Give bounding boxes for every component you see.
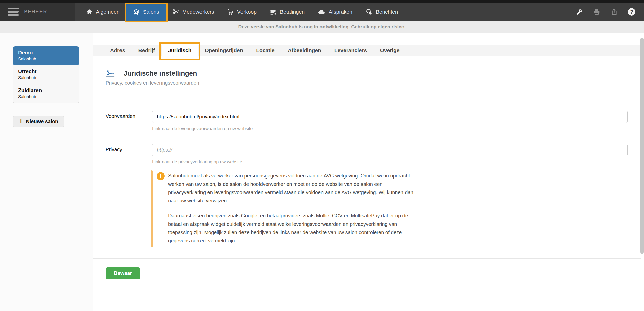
privacy-label: Privacy (106, 144, 152, 156)
tab-label: Bedrijf (138, 47, 155, 53)
section-title: Juridische instellingen (124, 70, 197, 77)
tab-adres[interactable]: Adres (104, 45, 132, 56)
salon-subtitle: Salonhub (18, 94, 74, 99)
tab-afbeeldingen[interactable]: Afbeeldingen (281, 45, 328, 56)
sidebar-divider (0, 107, 93, 107)
salon-item-demo[interactable]: Demo Salonhub (13, 46, 79, 65)
tab-leveranciers[interactable]: Leveranciers (328, 45, 374, 56)
scissors-icon (172, 8, 179, 15)
topbar-actions: ? (576, 3, 644, 21)
vertical-scrollbar-thumb[interactable] (640, 38, 644, 254)
tab-label: Openingstijden (205, 47, 243, 53)
nav-item-label: Afspraken (329, 9, 352, 15)
nav-item-salons[interactable]: Salons (126, 3, 166, 21)
payments-icon (270, 8, 276, 15)
chat-icon (366, 8, 373, 15)
nav-item-label: Verkoop (237, 9, 257, 15)
nav-item-label: Berichten (376, 9, 398, 15)
salon-item-utrecht[interactable]: Utrecht Salonhub (13, 65, 79, 84)
notice-accent-bar (151, 170, 153, 247)
voorwaarden-input[interactable] (152, 111, 628, 123)
divider (93, 258, 641, 259)
tab-label: Overige (380, 47, 399, 53)
salon-name: Demo (18, 50, 74, 56)
window-top-strip (0, 0, 644, 3)
salon-list: Demo Salonhub Utrecht Salonhub Zuidlaren… (13, 46, 79, 103)
nav-item-label: Betalingen (280, 9, 305, 15)
notice-text: Salonhub moet als verwerker van persoons… (168, 172, 416, 245)
tab-label: Afbeeldingen (288, 47, 321, 53)
help-glyph: ? (630, 9, 633, 15)
voorwaarden-row: Voorwaarden (106, 111, 628, 123)
warning-glyph: ! (160, 173, 162, 179)
salon-subtitle: Salonhub (18, 75, 74, 80)
signature-icon (106, 67, 117, 79)
cloud-icon (318, 8, 325, 16)
nav-item-medewerkers[interactable]: Medewerkers (166, 3, 221, 21)
voorwaarden-label: Voorwaarden (106, 111, 152, 123)
salon-icon (133, 8, 140, 15)
privacy-help: Link naar de privacyverklaring op uw web… (152, 159, 242, 165)
save-button[interactable]: Bewaar (106, 267, 140, 279)
dev-warning-text: Deze versie van Salonhub is nog in ontwi… (238, 24, 406, 30)
salon-name: Zuidlaren (18, 87, 74, 93)
share-icon[interactable] (611, 8, 618, 15)
new-salon-label: Nieuwe salon (26, 119, 58, 124)
warning-icon: ! (157, 172, 165, 180)
nav-item-berichten[interactable]: Berichten (359, 3, 405, 21)
nav-item-afspraken[interactable]: Afspraken (311, 3, 359, 21)
salon-subtitle: Salonhub (18, 57, 74, 62)
tab-locatie[interactable]: Locatie (250, 45, 281, 56)
tab-label: Adres (110, 47, 125, 53)
main-panel: Adres Bedrijf Juridisch Openingstijden L… (93, 33, 641, 311)
printer-icon[interactable] (593, 8, 600, 16)
nav-item-label: Algemeen (96, 9, 120, 15)
help-icon[interactable]: ? (628, 8, 635, 16)
tab-overige[interactable]: Overige (373, 45, 406, 56)
nav-item-verkoop[interactable]: Verkoop (221, 3, 263, 21)
nav-item-label: Medewerkers (182, 9, 214, 15)
divider (93, 100, 641, 100)
beheer-menu-button[interactable]: BEHEER (0, 3, 75, 21)
nav-item-betalingen[interactable]: Betalingen (263, 3, 311, 21)
wrench-icon[interactable] (576, 8, 583, 15)
tab-openingstijden[interactable]: Openingstijden (198, 45, 250, 56)
main-nav: Algemeen Salons Medewerkers (79, 3, 405, 21)
dev-warning-banner: Deze versie van Salonhub is nog in ontwi… (0, 21, 644, 33)
beheer-label: BEHEER (24, 9, 47, 15)
topbar: BEHEER Algemeen Salons (0, 3, 644, 21)
cart-icon (227, 8, 234, 15)
tab-label: Leveranciers (334, 47, 367, 53)
notice-paragraph-2: Daarnaast eisen bedrijven zoals Google, … (168, 212, 416, 245)
tab-label: Juridisch (168, 47, 191, 53)
notice-paragraph-1: Salonhub moet als verwerker van persoons… (168, 172, 416, 205)
tab-bedrijf[interactable]: Bedrijf (132, 45, 162, 56)
salon-tabs: Adres Bedrijf Juridisch Openingstijden L… (93, 45, 641, 56)
tab-juridisch[interactable]: Juridisch (162, 45, 198, 59)
nav-item-algemeen[interactable]: Algemeen (79, 3, 126, 21)
salon-sidebar: Demo Salonhub Utrecht Salonhub Zuidlaren… (0, 33, 93, 311)
hamburger-icon (8, 8, 19, 16)
plus-icon: + (19, 118, 23, 125)
home-icon (86, 9, 93, 15)
new-salon-button[interactable]: + Nieuwe salon (13, 116, 64, 127)
nav-item-label: Salons (143, 9, 159, 15)
voorwaarden-help: Link naar de leveringsvoorwaarden op uw … (152, 126, 253, 131)
salon-item-zuidlaren[interactable]: Zuidlaren Salonhub (13, 84, 79, 103)
privacy-input[interactable] (152, 144, 628, 156)
avg-notice: ! Salonhub moet als verwerker van persoo… (151, 170, 506, 247)
page-body: Demo Salonhub Utrecht Salonhub Zuidlaren… (0, 33, 644, 311)
salon-name: Utrecht (18, 68, 74, 74)
privacy-row: Privacy (106, 144, 628, 156)
section-subtitle: Privacy, cookies en leveringsvoorwaarden (106, 80, 199, 86)
section-header: Juridische instellingen (106, 67, 197, 79)
tab-label: Locatie (256, 47, 275, 53)
